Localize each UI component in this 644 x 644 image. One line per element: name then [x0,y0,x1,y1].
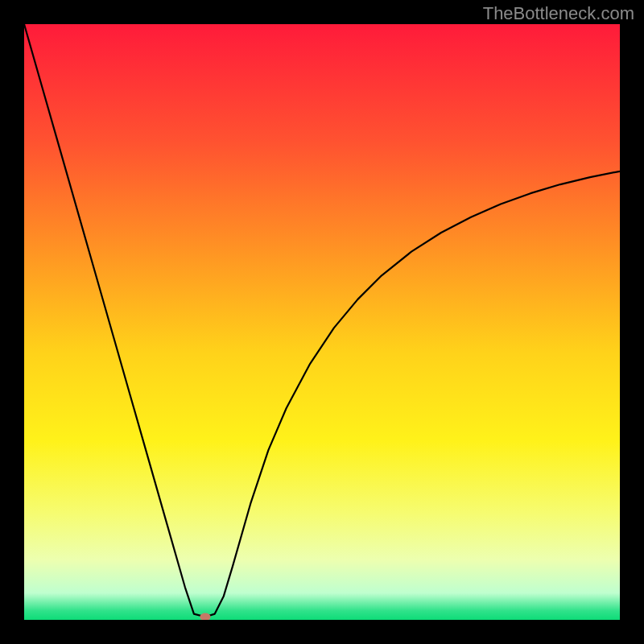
gradient-background [24,24,620,620]
watermark-text: TheBottleneck.com [483,3,634,24]
chart-frame: TheBottleneck.com [0,0,644,644]
plot-area [24,24,620,620]
chart-svg [24,24,620,620]
